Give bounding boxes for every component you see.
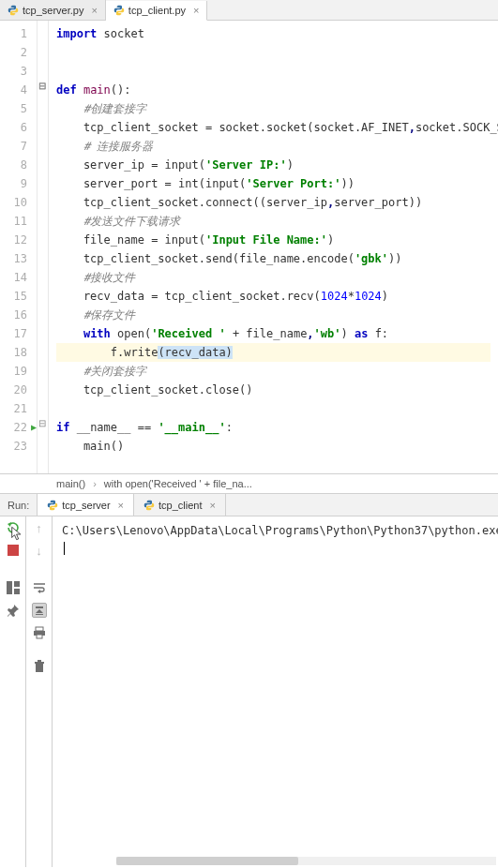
run-tab-label: tcp_client: [158, 500, 202, 511]
chevron-right-icon: ›: [93, 478, 97, 489]
svg-rect-12: [35, 662, 44, 664]
run-tab-label: tcp_server: [62, 500, 110, 511]
svg-rect-13: [38, 660, 41, 662]
svg-rect-11: [36, 664, 43, 672]
pin-icon[interactable]: [6, 603, 21, 618]
tab-label: tcp_client.py: [128, 5, 186, 16]
close-icon[interactable]: ×: [91, 5, 97, 16]
console-line: C:\Users\Lenovo\AppData\Local\Programs\P…: [62, 524, 498, 537]
editor: 12345678910111213141516171819202122▶23 ⊟…: [0, 21, 498, 473]
horizontal-scrollbar[interactable]: [116, 857, 496, 865]
python-file-icon: [8, 5, 19, 16]
breadcrumb[interactable]: main() › with open('Received ' + file_na…: [0, 473, 498, 494]
breadcrumb-item[interactable]: with open('Received ' + file_na...: [104, 478, 252, 489]
gutter: 12345678910111213141516171819202122▶23: [0, 21, 38, 473]
run-toolbar-left: [0, 516, 26, 867]
tab-tcp-server[interactable]: tcp_server.py ×: [0, 0, 106, 20]
svg-rect-5: [7, 581, 12, 594]
file-tabs: tcp_server.py × tcp_client.py ×: [0, 0, 498, 21]
down-arrow-icon[interactable]: ↓: [32, 543, 47, 558]
run-panel-title: Run:: [0, 494, 38, 516]
tab-tcp-client[interactable]: tcp_client.py ×: [106, 1, 208, 21]
python-icon: [47, 500, 58, 511]
close-icon[interactable]: ×: [118, 500, 124, 511]
layout-icon[interactable]: [6, 580, 21, 595]
fold-column: ⊟⊟⊟: [38, 21, 49, 473]
stop-icon[interactable]: [6, 543, 21, 558]
run-panel-body: ↑ ↓ C:\Users\Lenovo\AppData\Local\Progra…: [0, 516, 498, 867]
run-toolbar-secondary: ↑ ↓: [26, 516, 53, 867]
soft-wrap-icon[interactable]: [32, 580, 47, 595]
svg-point-3: [120, 14, 121, 15]
up-arrow-icon[interactable]: ↑: [32, 520, 47, 535]
run-panel-header: Run: tcp_server × tcp_client ×: [0, 494, 498, 516]
python-file-icon: [113, 5, 125, 16]
svg-rect-10: [37, 635, 42, 638]
print-icon[interactable]: [32, 625, 47, 640]
scroll-to-end-icon[interactable]: [32, 603, 47, 618]
close-icon[interactable]: ×: [193, 5, 199, 16]
console-output[interactable]: C:\Users\Lenovo\AppData\Local\Programs\P…: [53, 516, 498, 867]
svg-rect-7: [14, 589, 20, 594]
svg-rect-8: [36, 627, 43, 631]
run-tab-server[interactable]: tcp_server ×: [38, 494, 134, 516]
scrollbar-thumb[interactable]: [116, 857, 298, 865]
svg-rect-6: [14, 581, 20, 587]
close-icon[interactable]: ×: [210, 500, 216, 511]
svg-point-1: [14, 13, 15, 14]
breadcrumb-item[interactable]: main(): [56, 478, 85, 489]
tab-label: tcp_server.py: [23, 5, 83, 16]
svg-point-0: [11, 6, 12, 7]
svg-rect-4: [8, 545, 19, 556]
python-icon: [143, 500, 155, 511]
trash-icon[interactable]: [32, 659, 47, 674]
run-tab-client[interactable]: tcp_client ×: [134, 494, 226, 516]
caret: [64, 542, 65, 555]
code-area[interactable]: import socket def main(): #创建套接字 tcp_cli…: [49, 21, 498, 473]
svg-point-2: [117, 6, 118, 7]
rerun-icon[interactable]: [6, 520, 21, 535]
